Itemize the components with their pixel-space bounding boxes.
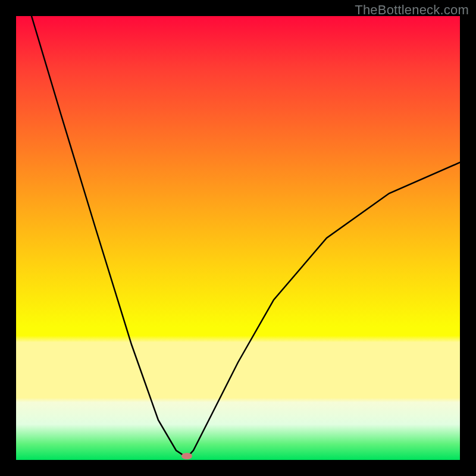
plot-area	[16, 16, 460, 460]
curve-path	[32, 16, 460, 458]
chart-frame: TheBottleneck.com	[0, 0, 476, 476]
optimal-point-marker	[181, 453, 192, 459]
watermark-text: TheBottleneck.com	[355, 2, 469, 18]
bottleneck-curve	[16, 16, 460, 460]
